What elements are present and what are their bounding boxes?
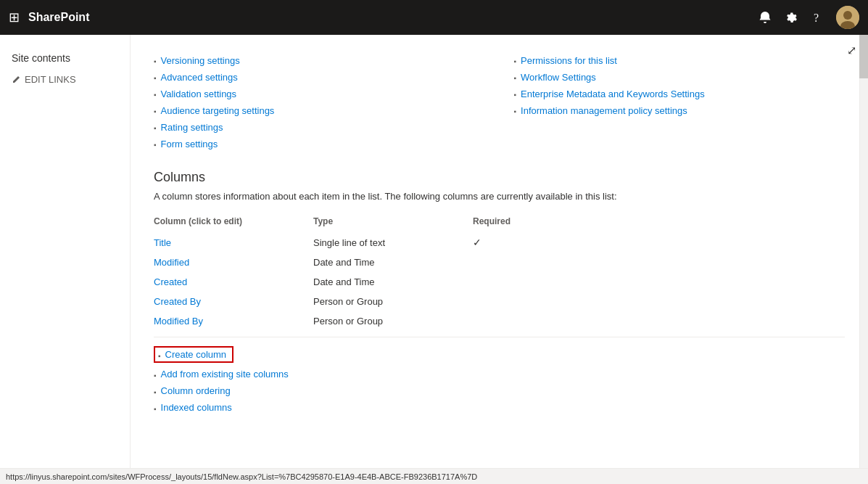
col-header-name: Column (click to edit) (154, 213, 313, 232)
help-icon[interactable]: ? (810, 10, 824, 25)
table-row: Modified By Person or Group (154, 311, 845, 331)
sidebar-site-contents[interactable]: Site contents (0, 46, 130, 70)
action-links: ▪ Create column ▪ Add from existing site… (154, 343, 845, 416)
nav-icons: ? (758, 6, 859, 29)
col-modified-link[interactable]: Modified (154, 257, 189, 268)
col-created-required (473, 272, 845, 292)
col-modifiedby-required (473, 311, 845, 331)
settings-grid: ▪ Versioning settings ▪ Advanced setting… (154, 52, 845, 152)
col-title-type: Single line of text (313, 232, 473, 253)
col-modified-required (473, 253, 845, 272)
table-row: Title Single line of text ✓ (154, 232, 845, 253)
workflow-settings-link[interactable]: ▪ Workflow Settings (514, 69, 846, 86)
permissions-link[interactable]: ▪ Permissions for this list (514, 52, 846, 69)
column-ordering-row: ▪ Column ordering (154, 382, 845, 399)
table-body: Title Single line of text ✓ Modified Dat… (154, 232, 845, 331)
enterprise-metadata-link[interactable]: ▪ Enterprise Metadata and Keywords Setti… (514, 86, 846, 102)
bell-icon[interactable] (758, 10, 772, 25)
sidebar-edit-links[interactable]: EDIT LINKS (0, 70, 130, 89)
table-header: Column (click to edit) Type Required (154, 213, 845, 232)
bullet-icon: ▪ (514, 74, 517, 82)
bullet-icon: ▪ (154, 405, 157, 413)
form-settings-link[interactable]: ▪ Form settings (154, 136, 485, 152)
information-management-link[interactable]: ▪ Information management policy settings (514, 102, 846, 119)
table-divider (154, 337, 845, 337)
bullet-icon: ▪ (514, 91, 517, 99)
table-row: Created Date and Time (154, 272, 845, 292)
bullet-icon: ▪ (514, 107, 517, 115)
indexed-columns-link[interactable]: Indexed columns (161, 402, 232, 413)
col-createdby-link[interactable]: Created By (154, 296, 201, 307)
col-modified-type: Date and Time (313, 253, 473, 272)
app-logo: SharePoint (28, 11, 758, 24)
bullet-icon: ▪ (154, 124, 157, 132)
validation-settings-link[interactable]: ▪ Validation settings (154, 86, 485, 102)
col-createdby-required (473, 292, 845, 311)
col-title-link[interactable]: Title (154, 237, 171, 248)
bullet-icon: ▪ (154, 388, 157, 396)
main-content: ▪ Versioning settings ▪ Advanced setting… (131, 35, 868, 484)
col-created-type: Date and Time (313, 272, 473, 292)
column-ordering-link[interactable]: Column ordering (161, 385, 231, 396)
bullet-icon: ▪ (154, 91, 157, 99)
advanced-settings-link[interactable]: ▪ Advanced settings (154, 69, 485, 86)
settings-col2: ▪ Permissions for this list ▪ Workflow S… (514, 52, 846, 152)
bullet-icon: ▪ (154, 141, 157, 149)
bullet-icon: ▪ (154, 372, 157, 380)
add-from-existing-row: ▪ Add from existing site columns (154, 366, 845, 382)
bullet-icon: ▪ (154, 57, 157, 65)
status-bar: https://linyus.sharepoint.com/sites/WFPr… (0, 468, 868, 484)
create-column-row: ▪ Create column (154, 343, 845, 366)
col-title-required: ✓ (473, 232, 845, 253)
status-url: https://linyus.sharepoint.com/sites/WFPr… (6, 472, 477, 481)
svg-point-2 (843, 11, 852, 20)
col-header-type: Type (313, 213, 473, 232)
rating-settings-link[interactable]: ▪ Rating settings (154, 119, 485, 136)
settings-icon[interactable] (784, 10, 798, 25)
sidebar: Site contents EDIT LINKS (0, 35, 131, 484)
bullet-icon: ▪ (154, 107, 157, 115)
pencil-icon (12, 75, 20, 84)
bullet-icon: ▪ (514, 57, 517, 65)
col-createdby-type: Person or Group (313, 292, 473, 311)
col-created-link[interactable]: Created (154, 276, 187, 287)
create-column-link[interactable]: Create column (165, 349, 227, 360)
audience-targeting-link[interactable]: ▪ Audience targeting settings (154, 102, 485, 119)
table-row: Modified Date and Time (154, 253, 845, 272)
top-nav: ⊞ SharePoint ? (0, 0, 868, 35)
settings-col1: ▪ Versioning settings ▪ Advanced setting… (154, 52, 485, 152)
table-row: Created By Person or Group (154, 292, 845, 311)
create-column-highlight: ▪ Create column (154, 346, 233, 363)
col-modifiedby-link[interactable]: Modified By (154, 316, 203, 327)
versioning-settings-link[interactable]: ▪ Versioning settings (154, 52, 485, 69)
bullet-icon: ▪ (154, 74, 157, 82)
avatar[interactable] (836, 6, 859, 29)
col-modifiedby-type: Person or Group (313, 311, 473, 331)
add-from-existing-link[interactable]: Add from existing site columns (161, 369, 289, 380)
app-container: Site contents EDIT LINKS ▪ Versioning se… (0, 35, 868, 484)
svg-text:?: ? (814, 12, 819, 24)
bullet-icon: ▪ (158, 352, 161, 360)
columns-table: Column (click to edit) Type Required Tit… (154, 213, 845, 331)
grid-icon[interactable]: ⊞ (9, 9, 20, 25)
columns-section: Columns A column stores information abou… (154, 170, 845, 416)
col-header-required: Required (473, 213, 845, 232)
columns-description: A column stores information about each i… (154, 191, 845, 202)
indexed-columns-row: ▪ Indexed columns (154, 399, 845, 416)
columns-title: Columns (154, 170, 845, 185)
